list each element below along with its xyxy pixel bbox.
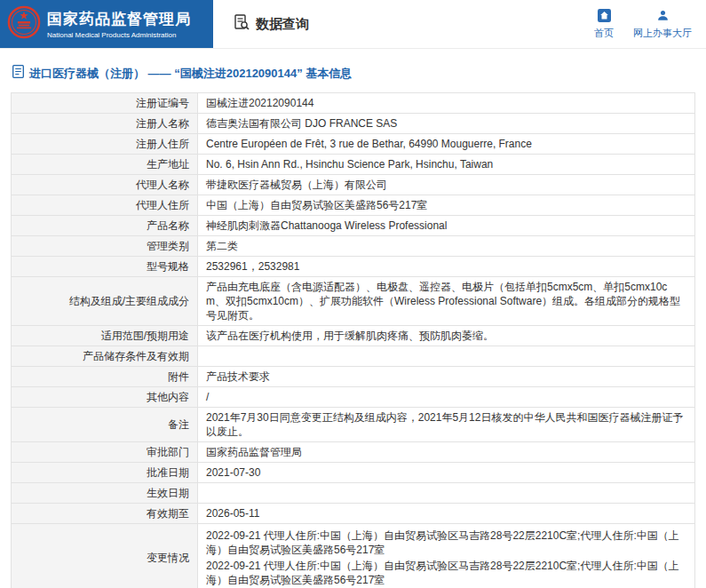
table-row: 结构及组成/主要组成成分 产品由充电底座（含电源适配器）、电极盘、遥控器、电极片… (12, 277, 695, 326)
row-value: 2021-07-30 (198, 463, 695, 483)
top-bar: 国家药品监督管理局 National Medical Products Admi… (0, 0, 706, 49)
table-row: 有效期至 2026-05-11 (12, 504, 695, 524)
row-label: 附件 (12, 367, 198, 387)
data-query-tab[interactable]: 数据查询 (233, 0, 309, 48)
table-row: 备注 2021年7月30日同意变更正结构及组成内容，2021年5月12日核发的中… (12, 408, 695, 442)
row-label: 注册人住所 (12, 134, 198, 155)
data-query-title: 数据查询 (256, 16, 309, 33)
row-value: 国家药品监督管理局 (198, 442, 695, 463)
row-value: 国械注进20212090144 (198, 93, 695, 114)
row-value: Centre Européen de Frêt, 3 rue de Bethar… (198, 134, 695, 155)
change-entry: 2022-09-21 代理人住所:中国（上海）自由贸易试验区马吉路28号22层2… (206, 559, 686, 587)
row-value: 产品技术要求 (198, 367, 695, 387)
row-value: 带捷欧医疗器械贸易（上海）有限公司 (198, 175, 695, 195)
table-row: 其他内容 / (12, 387, 695, 408)
row-label: 注册人名称 (12, 114, 198, 134)
row-label: 注册证编号 (12, 93, 198, 114)
table-row: 批准日期 2021-07-30 (12, 463, 695, 483)
row-label: 代理人住所 (12, 195, 198, 216)
row-value: 2532961，2532981 (198, 257, 695, 277)
row-label: 备注 (12, 408, 198, 442)
search-document-icon (233, 13, 250, 35)
nav-hall-label: 网上办事大厅 (633, 27, 692, 40)
table-row: 注册人名称 德吉奥法国有限公司 DJO FRANCE SAS (12, 114, 695, 134)
row-value: 2021年7月30日同意变更正结构及组成内容，2021年5月12日核发的中华人民… (198, 408, 695, 442)
table-row: 注册人住所 Centre Européen de Frêt, 3 rue de … (12, 134, 695, 155)
page-title: 进口医疗器械（注册） —— “国械注进20212090144” 基本信息 (29, 66, 352, 82)
table-row: 产品名称 神经肌肉刺激器Chattanooga Wireless Profess… (12, 216, 695, 236)
row-label: 型号规格 (12, 257, 198, 277)
row-value: 该产品在医疗机构使用，用于缓解肌肉疼痛、预防肌肉萎缩。 (198, 326, 695, 346)
table-row: 代理人名称 带捷欧医疗器械贸易（上海）有限公司 (12, 175, 695, 195)
home-icon (598, 9, 611, 24)
table-row: 产品储存条件及有效期 (12, 346, 695, 367)
row-value: 德吉奥法国有限公司 DJO FRANCE SAS (198, 114, 695, 134)
row-label: 产品名称 (12, 216, 198, 236)
row-value (198, 483, 695, 504)
row-label: 批准日期 (12, 463, 198, 483)
table-row: 生产地址 No. 6, Hsin Ann Rd., Hsinchu Scienc… (12, 155, 695, 175)
top-nav: 首页 网上办事大厅 (594, 0, 706, 48)
row-value: / (198, 387, 695, 408)
agency-name-en: National Medical Products Administration (47, 31, 191, 39)
row-value: 中国（上海）自由贸易试验区美盛路56号217室 (198, 195, 695, 216)
table-row: 代理人住所 中国（上海）自由贸易试验区美盛路56号217室 (12, 195, 695, 216)
table-row: 型号规格 2532961，2532981 (12, 257, 695, 277)
row-value (198, 346, 695, 367)
table-row: 适用范围/预期用途 该产品在医疗机构使用，用于缓解肌肉疼痛、预防肌肉萎缩。 (12, 326, 695, 346)
row-label: 适用范围/预期用途 (12, 326, 198, 346)
nav-item-service-hall[interactable]: 网上办事大厅 (633, 9, 692, 40)
row-label: 有效期至 (12, 504, 198, 524)
national-emblem-icon (7, 5, 41, 43)
row-value: 神经肌肉刺激器Chattanooga Wireless Professional (198, 216, 695, 236)
document-icon (12, 65, 24, 82)
row-label: 管理类别 (12, 236, 198, 257)
row-label: 审批部门 (12, 442, 198, 463)
table-row: 管理类别 第二类 (12, 236, 695, 257)
table-row-change-history: 变更情况 2022-09-21 代理人住所:中国（上海）自由贸易试验区马吉路28… (12, 524, 695, 588)
row-value: 第二类 (198, 236, 695, 257)
registration-info-table: 注册证编号 国械注进20212090144 注册人名称 德吉奥法国有限公司 DJ… (11, 92, 695, 588)
person-icon (656, 9, 670, 24)
nav-home-label: 首页 (594, 27, 614, 40)
table-row: 附件 产品技术要求 (12, 367, 695, 387)
row-value: No. 6, Hsin Ann Rd., Hsinchu Science Par… (198, 155, 695, 175)
table-row: 审批部门 国家药品监督管理局 (12, 442, 695, 463)
row-label: 代理人名称 (12, 175, 198, 195)
page-title-bar: 进口医疗器械（注册） —— “国械注进20212090144” 基本信息 (0, 49, 706, 92)
agency-name-cn: 国家药品监督管理局 (47, 9, 191, 29)
agency-brand: 国家药品监督管理局 National Medical Products Admi… (0, 0, 213, 48)
row-value: 产品由充电底座（含电源适配器）、电极盘、遥控器、电极片（包括单扣5cmx5cm、… (198, 277, 695, 326)
table-row: 注册证编号 国械注进20212090144 (12, 93, 695, 114)
row-label: 生效日期 (12, 483, 198, 504)
row-label: 生产地址 (12, 155, 198, 175)
row-value: 2022-09-21 代理人住所:中国（上海）自由贸易试验区马吉路28号22层2… (198, 524, 695, 588)
row-value: 2026-05-11 (198, 504, 695, 524)
table-row: 生效日期 (12, 483, 695, 504)
row-label: 产品储存条件及有效期 (12, 346, 198, 367)
row-label: 其他内容 (12, 387, 198, 408)
row-label: 结构及组成/主要组成成分 (12, 277, 198, 326)
row-label: 变更情况 (12, 524, 198, 588)
nav-item-home[interactable]: 首页 (594, 9, 614, 40)
change-entry: 2022-09-21 代理人住所:中国（上海）自由贸易试验区马吉路28号22层2… (206, 528, 686, 557)
